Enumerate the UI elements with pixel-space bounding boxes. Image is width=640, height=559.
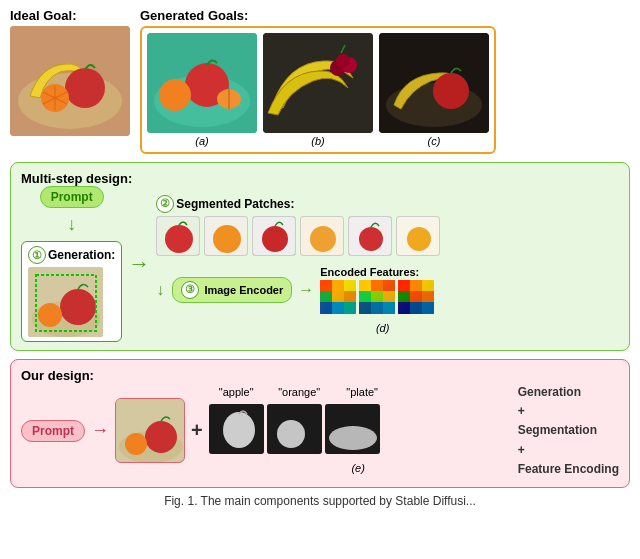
svg-point-24: [38, 303, 62, 327]
caption: Fig. 1. The main components supported by…: [10, 494, 630, 508]
arrow-down-green: ↓: [67, 214, 76, 235]
svg-rect-55: [371, 302, 383, 314]
svg-rect-44: [344, 291, 356, 302]
svg-point-29: [213, 225, 241, 253]
prompt-badge-pink: Prompt: [21, 420, 85, 442]
svg-point-35: [359, 227, 383, 251]
svg-point-10: [159, 79, 191, 111]
svg-point-71: [223, 412, 255, 448]
middle-section: Multi-step design: Prompt ↓ ① Generation…: [10, 162, 630, 351]
svg-rect-61: [410, 291, 422, 302]
encoder-row: ↓ ③ Image Encoder → Encoded Features:: [156, 266, 619, 314]
svg-rect-60: [398, 291, 410, 302]
gen-image-a: [147, 33, 257, 133]
arrow-down-2: ↓: [156, 281, 164, 299]
patch-1: [156, 216, 200, 256]
svg-rect-46: [332, 302, 344, 314]
svg-rect-50: [383, 280, 395, 291]
svg-point-75: [329, 426, 377, 450]
svg-point-69: [125, 433, 147, 455]
encoder-badge: ③ Image Encoder: [172, 277, 292, 303]
gen-text-box: Generation + Segmentation + Feature Enco…: [518, 383, 619, 479]
arrow-right-bottom: →: [91, 420, 109, 441]
svg-point-27: [165, 225, 193, 253]
svg-point-20: [433, 73, 469, 109]
step2-label: ② Segmented Patches:: [156, 195, 619, 213]
segmented-patches-area: ② Segmented Patches:: [156, 195, 619, 256]
gen-b-label: (b): [311, 135, 324, 147]
step2-num: ②: [156, 195, 174, 213]
generated-goals-box: Generated Goals:: [140, 8, 630, 154]
bottom-section-label: Our design:: [21, 368, 94, 383]
gen-text-plus1: +: [518, 402, 619, 421]
top-section: Ideal Goal:: [10, 8, 630, 154]
e-label: (e): [351, 462, 364, 474]
svg-rect-51: [359, 291, 371, 302]
middle-left: Prompt ↓ ① Generation:: [21, 186, 122, 342]
seg-label-orange: "orange": [272, 386, 327, 398]
gen-text-line3: Feature Encoding: [518, 460, 619, 479]
svg-rect-47: [344, 302, 356, 314]
gen-image-a-wrapper: (a): [147, 33, 257, 147]
ideal-goal-box: Ideal Goal:: [10, 8, 130, 136]
seg-labels-row: "apple" "orange" "plate": [209, 386, 508, 398]
d-label: (d): [156, 322, 609, 334]
seg-label-plate: "plate": [335, 386, 390, 398]
bottom-seg-section: "apple" "orange" "plate": [209, 386, 508, 475]
gen-image-b-wrapper: (b): [263, 33, 373, 147]
ideal-goal-label: Ideal Goal:: [10, 8, 76, 23]
svg-rect-58: [410, 280, 422, 291]
svg-rect-41: [344, 280, 356, 291]
svg-rect-45: [320, 302, 332, 314]
svg-rect-54: [359, 302, 371, 314]
gen-image-b: [263, 33, 373, 133]
prompt-badge-green: Prompt: [40, 186, 104, 208]
seg-map-plate: [325, 404, 380, 454]
patch-6: [396, 216, 440, 256]
patch-4: [300, 216, 344, 256]
encoded-features-box: Encoded Features:: [320, 266, 434, 314]
arrow-right-2: →: [298, 281, 314, 299]
middle-content: Prompt ↓ ① Generation:: [21, 186, 619, 342]
heatmap-3: [398, 280, 434, 314]
svg-rect-59: [422, 280, 434, 291]
encoder-features-row: ③ Image Encoder → Encoded Features:: [172, 266, 434, 314]
gen-text-plus2: +: [518, 441, 619, 460]
svg-point-31: [262, 226, 288, 252]
svg-rect-13: [263, 33, 373, 133]
middle-right: ② Segmented Patches:: [156, 195, 619, 334]
middle-section-label: Multi-step design:: [21, 171, 132, 186]
svg-point-16: [336, 54, 350, 68]
seg-images-row: [209, 404, 508, 454]
step1-label: ① Generation:: [28, 246, 115, 264]
svg-point-73: [277, 420, 305, 448]
heatmap-1: [320, 280, 356, 314]
bottom-content: Prompt → + "apple" "orange" "plate": [21, 383, 619, 479]
patch-2: [204, 216, 248, 256]
generation-box: ① Generation:: [21, 241, 122, 342]
svg-rect-43: [332, 291, 344, 302]
bottom-fruit-image: [115, 398, 185, 463]
generated-goals-label: Generated Goals:: [140, 8, 248, 23]
patch-5: [348, 216, 392, 256]
svg-point-37: [407, 227, 431, 251]
gen-a-label: (a): [195, 135, 208, 147]
heatmap-2: [359, 280, 395, 314]
seg-map-apple: [209, 404, 264, 454]
svg-rect-42: [320, 291, 332, 302]
svg-rect-49: [371, 280, 383, 291]
svg-rect-52: [371, 291, 383, 302]
svg-rect-39: [320, 280, 332, 291]
svg-rect-40: [332, 280, 344, 291]
svg-point-2: [65, 68, 105, 108]
gen-c-label: (c): [428, 135, 441, 147]
seg-map-orange: [267, 404, 322, 454]
svg-rect-65: [422, 302, 434, 314]
svg-rect-62: [422, 291, 434, 302]
gen-text-line2: Segmentation: [518, 421, 619, 440]
gen-box-image: [28, 267, 103, 337]
svg-point-68: [145, 421, 177, 453]
plus-sign: +: [191, 419, 203, 442]
main-container: Ideal Goal:: [0, 0, 640, 516]
patches-row: [156, 216, 619, 256]
